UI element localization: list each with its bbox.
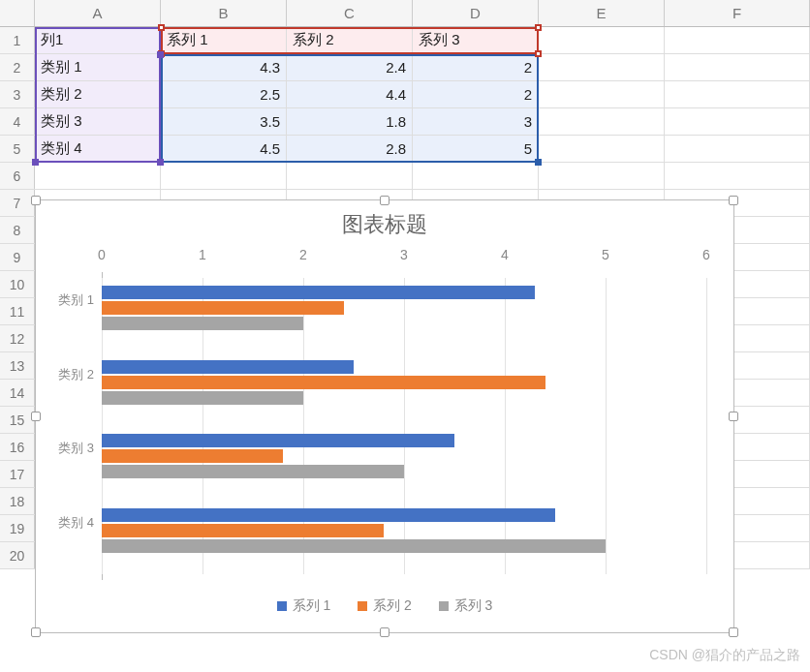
row-header[interactable]: 17	[0, 461, 35, 487]
cell-a3[interactable]: 类别 2	[35, 81, 161, 107]
empty-cell[interactable]	[35, 163, 161, 189]
bar-series3[interactable]	[102, 465, 404, 478]
bar-series3[interactable]	[102, 391, 303, 405]
cell-e2[interactable]	[539, 54, 665, 80]
category-label: 类别 2	[40, 366, 94, 383]
legend-item-series3[interactable]: 系列 3	[439, 597, 493, 615]
row-header[interactable]: 8	[0, 217, 35, 243]
cell-b2[interactable]: 4.3	[161, 54, 287, 80]
col-header-b[interactable]: B	[161, 0, 287, 26]
bar-series1[interactable]	[102, 286, 535, 299]
row-header[interactable]: 13	[0, 352, 35, 379]
row-header[interactable]: 14	[0, 380, 35, 406]
legend-item-series1[interactable]: 系列 1	[277, 597, 331, 615]
cell-c2[interactable]: 2.4	[287, 54, 413, 80]
row-header[interactable]: 7	[0, 190, 35, 216]
bar-series1[interactable]	[102, 508, 555, 522]
row-header[interactable]: 4	[0, 108, 35, 135]
row-header[interactable]: 9	[0, 244, 35, 270]
resize-handle-icon[interactable]	[729, 196, 738, 205]
bar-series2[interactable]	[102, 449, 283, 463]
row-header[interactable]: 10	[0, 271, 35, 297]
row-header[interactable]: 3	[0, 81, 35, 107]
cell-b4[interactable]: 3.5	[161, 108, 287, 135]
cell-a4[interactable]: 类别 3	[35, 108, 161, 135]
x-tick-label: 2	[299, 247, 307, 262]
cell-a2[interactable]: 类别 1	[35, 54, 161, 80]
row-header[interactable]: 16	[0, 434, 35, 460]
resize-handle-icon[interactable]	[729, 627, 738, 637]
bar-series2[interactable]	[102, 524, 384, 537]
empty-cell[interactable]	[413, 163, 539, 189]
cell-d4[interactable]: 3	[413, 108, 539, 135]
empty-cell[interactable]	[665, 163, 810, 189]
row-header[interactable]: 6	[0, 163, 35, 189]
cell-f4[interactable]	[665, 108, 810, 135]
legend-swatch-icon	[439, 601, 449, 611]
legend-item-series2[interactable]: 系列 2	[358, 597, 412, 615]
cell-b1[interactable]: 系列 1	[161, 27, 287, 53]
empty-cell[interactable]	[539, 163, 665, 189]
row-header[interactable]: 15	[0, 407, 35, 433]
col-header-c[interactable]: C	[287, 0, 413, 26]
cell-f1[interactable]	[665, 27, 810, 53]
cell-c1[interactable]: 系列 2	[287, 27, 413, 53]
cell-d3[interactable]: 2	[413, 81, 539, 107]
cell-a5[interactable]: 类别 4	[35, 136, 161, 162]
cell-d2[interactable]: 2	[413, 54, 539, 80]
col-header-a[interactable]: A	[35, 0, 161, 26]
cell-d5[interactable]: 5	[413, 136, 539, 162]
bar-series3[interactable]	[102, 317, 303, 330]
cell-e3[interactable]	[539, 81, 665, 107]
resize-handle-icon[interactable]	[31, 196, 41, 205]
row-header[interactable]: 2	[0, 54, 35, 80]
row-header[interactable]: 18	[0, 488, 35, 514]
bar-series3[interactable]	[102, 539, 606, 553]
spreadsheet[interactable]: A B C D E F 1 列1 系列 1 系列 2 系列 3 2 类别 1 4…	[0, 0, 810, 672]
x-tick-label: 1	[199, 247, 206, 262]
column-header-row: A B C D E F	[0, 0, 810, 27]
bar-series2[interactable]	[102, 301, 344, 315]
cell-c4[interactable]: 1.8	[287, 108, 413, 135]
row-header[interactable]: 11	[0, 298, 35, 324]
row-header[interactable]: 12	[0, 325, 35, 351]
cell-f5[interactable]	[665, 136, 810, 162]
plot-area[interactable]: 类别 1类别 2类别 3类别 4	[102, 278, 706, 574]
cell-f3[interactable]	[665, 81, 810, 107]
cell-e4[interactable]	[539, 108, 665, 135]
row-header[interactable]: 5	[0, 136, 35, 162]
col-header-e[interactable]: E	[539, 0, 665, 26]
legend-swatch-icon	[277, 601, 287, 611]
cell-c5[interactable]: 2.8	[287, 136, 413, 162]
cell-b3[interactable]: 2.5	[161, 81, 287, 107]
col-header-f[interactable]: F	[665, 0, 810, 26]
resize-handle-icon[interactable]	[31, 627, 41, 637]
chart-legend[interactable]: 系列 1 系列 2 系列 3	[44, 597, 726, 615]
chart-object[interactable]: 图表标题 0123456 类别 1类别 2类别 3类别 4 系列 1 系列 2 …	[35, 199, 734, 633]
chart-title[interactable]: 图表标题	[44, 210, 726, 239]
cell-f2[interactable]	[665, 54, 810, 80]
resize-handle-icon[interactable]	[31, 412, 41, 421]
row-header[interactable]: 19	[0, 515, 35, 541]
cell-e5[interactable]	[539, 136, 665, 162]
chart-area[interactable]: 图表标题 0123456 类别 1类别 2类别 3类别 4 系列 1 系列 2 …	[44, 204, 726, 625]
row-header[interactable]: 1	[0, 27, 35, 53]
row-header[interactable]: 20	[0, 542, 35, 568]
cell-e1[interactable]	[539, 27, 665, 53]
resize-handle-icon[interactable]	[729, 412, 738, 421]
cell-c3[interactable]: 4.4	[287, 81, 413, 107]
empty-cell[interactable]	[161, 163, 287, 189]
bar-series2[interactable]	[102, 376, 545, 389]
col-header-d[interactable]: D	[413, 0, 539, 26]
cell-a1[interactable]: 列1	[35, 27, 161, 53]
bar-series1[interactable]	[102, 434, 454, 447]
cell-b5[interactable]: 4.5	[161, 136, 287, 162]
select-all-corner[interactable]	[0, 0, 35, 26]
empty-cell[interactable]	[287, 163, 413, 189]
cell-d1[interactable]: 系列 3	[413, 27, 539, 53]
resize-handle-icon[interactable]	[380, 627, 389, 637]
table-row: 4 类别 3 3.5 1.8 3	[0, 108, 810, 136]
x-axis-ticks: 0123456	[102, 247, 706, 270]
category-group: 类别 1	[102, 278, 706, 352]
bar-series1[interactable]	[102, 360, 354, 374]
